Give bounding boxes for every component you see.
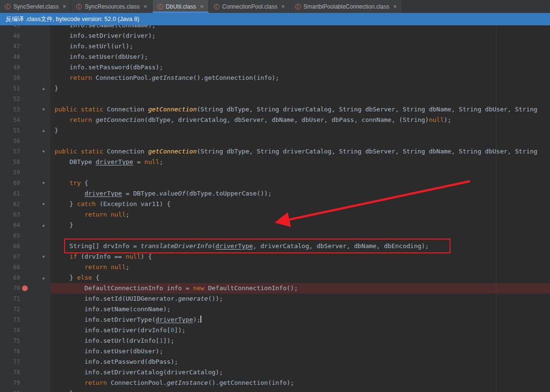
breakpoint-area[interactable] — [20, 62, 30, 73]
breakpoint-area[interactable] — [20, 294, 30, 304]
tab-smartbipoolableconnection-class[interactable]: CSmartbiPoolableConnection.class× — [290, 0, 402, 13]
gutter[interactable]: 76 — [0, 346, 51, 357]
gutter[interactable]: 52 — [0, 94, 51, 104]
fold-start-icon[interactable]: ▾ — [40, 251, 47, 262]
code-text[interactable]: info.setDriver(drvInfo[0]); — [51, 325, 550, 336]
gutter[interactable]: 46 — [0, 31, 51, 41]
breakpoint-area[interactable] — [20, 94, 30, 104]
gutter[interactable]: 63 — [0, 209, 51, 220]
code-text[interactable]: return ConnectionPool.getInstance().getC… — [51, 73, 550, 83]
breakpoint-area[interactable] — [20, 41, 30, 52]
gutter[interactable]: 79 — [0, 378, 51, 388]
breakpoint-area[interactable] — [20, 83, 30, 94]
code-text[interactable]: info.setName(connName); — [51, 304, 550, 315]
breakpoint-area[interactable] — [20, 357, 30, 367]
fold-start-icon[interactable]: ▾ — [40, 199, 47, 209]
tab-close-icon[interactable]: × — [63, 3, 66, 10]
breakpoint-area[interactable] — [20, 367, 30, 378]
breakpoint-area[interactable] — [20, 315, 30, 325]
fold-end-icon[interactable]: ▴ — [40, 272, 47, 283]
code-text[interactable]: info.setDriver(driver); — [51, 31, 550, 41]
code-text[interactable] — [51, 136, 550, 146]
gutter[interactable]: 65 — [0, 230, 51, 241]
gutter[interactable]: 77 — [0, 357, 51, 367]
gutter[interactable]: 68 — [0, 262, 51, 272]
code-text[interactable] — [51, 167, 550, 178]
gutter[interactable]: 64▴ — [0, 220, 51, 230]
breakpoint-area[interactable] — [20, 115, 30, 125]
code-editor[interactable]: 45 info.setName(connName);46 info.setDri… — [0, 25, 550, 392]
breakpoint-area[interactable] — [20, 378, 30, 388]
code-text[interactable]: DefaultConnectionInfo info = new Default… — [51, 283, 550, 294]
breakpoint-area[interactable] — [20, 262, 30, 272]
code-text[interactable]: public static Connection getConnection(S… — [51, 146, 550, 157]
code-text[interactable]: return getConnection(dbType, driverCatal… — [51, 115, 550, 125]
gutter[interactable]: 61 — [0, 188, 51, 199]
breakpoint-area[interactable] — [20, 220, 30, 230]
breakpoint-area[interactable] — [20, 209, 30, 220]
gutter[interactable]: 57▾ — [0, 146, 51, 157]
breakpoint-area[interactable] — [20, 346, 30, 357]
breakpoint-area[interactable] — [20, 304, 30, 315]
gutter[interactable]: 49 — [0, 62, 51, 73]
gutter[interactable]: 62▾ — [0, 199, 51, 209]
code-text[interactable]: info.setUser(dbUser); — [51, 52, 550, 62]
gutter[interactable]: 60▾ — [0, 178, 51, 188]
gutter[interactable]: 72 — [0, 304, 51, 315]
breakpoint-area[interactable] — [20, 136, 30, 146]
breakpoint-area[interactable] — [20, 25, 30, 31]
gutter[interactable]: 47 — [0, 41, 51, 52]
code-text[interactable]: return ConnectionPool.getInstance().getC… — [51, 378, 550, 388]
breakpoint-area[interactable] — [20, 146, 30, 157]
gutter[interactable]: 45 — [0, 25, 51, 31]
gutter[interactable]: 55▴ — [0, 125, 51, 136]
code-text[interactable]: info.setPassword(dbPass); — [51, 357, 550, 367]
code-text[interactable]: } — [51, 125, 550, 136]
gutter[interactable]: 56 — [0, 136, 51, 146]
fold-start-icon[interactable]: ▾ — [40, 146, 47, 157]
code-text[interactable]: info.setUser(dbUser); — [51, 346, 550, 357]
fold-start-icon[interactable]: ▾ — [40, 178, 47, 188]
gutter[interactable]: 74 — [0, 325, 51, 336]
code-text[interactable]: try { — [51, 178, 550, 188]
code-text[interactable]: } — [51, 388, 550, 392]
breakpoint-area[interactable] — [20, 31, 30, 41]
code-text[interactable] — [51, 230, 550, 241]
code-text[interactable]: info.setUrl(url); — [51, 41, 550, 52]
gutter[interactable]: 66 — [0, 241, 51, 251]
breakpoint-area[interactable] — [20, 178, 30, 188]
breakpoint-area[interactable] — [20, 104, 30, 115]
breakpoint-area[interactable] — [20, 241, 30, 251]
gutter[interactable]: 80 — [0, 388, 51, 392]
tab-close-icon[interactable]: × — [200, 3, 204, 10]
gutter[interactable]: 73 — [0, 315, 51, 325]
code-text[interactable] — [51, 94, 550, 104]
code-text[interactable]: return null; — [51, 209, 550, 220]
breakpoint-icon[interactable] — [22, 285, 28, 291]
tab-dbutil-class[interactable]: CDbUtil.class× — [153, 0, 209, 13]
code-text[interactable]: info.setDriverType(driverType); — [51, 315, 550, 325]
breakpoint-area[interactable] — [20, 230, 30, 241]
fold-end-icon[interactable]: ▴ — [40, 125, 47, 136]
tab-close-icon[interactable]: × — [281, 3, 285, 10]
fold-end-icon[interactable]: ▴ — [40, 83, 47, 94]
code-text[interactable]: } — [51, 83, 550, 94]
code-text[interactable]: } — [51, 220, 550, 230]
tab-close-icon[interactable]: × — [143, 3, 147, 10]
code-text[interactable]: } else { — [51, 272, 550, 283]
breakpoint-area[interactable] — [20, 325, 30, 336]
fold-end-icon[interactable]: ▴ — [40, 220, 47, 230]
gutter[interactable]: 48 — [0, 52, 51, 62]
gutter[interactable]: 70 — [0, 283, 51, 294]
code-text[interactable]: info.setUrl(drvInfo[1]); — [51, 336, 550, 346]
gutter[interactable]: 54 — [0, 115, 51, 125]
gutter[interactable]: 69▴ — [0, 272, 51, 283]
tab-syncresources-class[interactable]: CSyncResources.class× — [71, 0, 152, 13]
breakpoint-area[interactable] — [20, 188, 30, 199]
code-text[interactable]: info.setId(UUIDGenerator.generate()); — [51, 294, 550, 304]
gutter[interactable]: 78 — [0, 367, 51, 378]
gutter[interactable]: 59 — [0, 167, 51, 178]
fold-start-icon[interactable]: ▾ — [40, 104, 47, 115]
code-text[interactable]: return null; — [51, 262, 550, 272]
breakpoint-area[interactable] — [20, 167, 30, 178]
